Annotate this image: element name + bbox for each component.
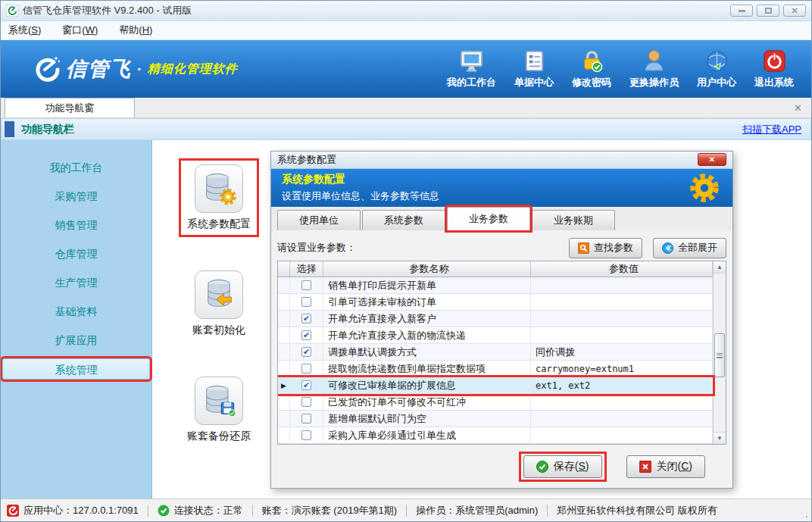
table-row[interactable]: 调拨单默认调拨方式同价调拨 (278, 344, 713, 361)
dialog-tab-business-periods[interactable]: 业务账期 (532, 210, 615, 230)
shortcut-system-params-config[interactable]: 系统参数配置 (179, 158, 259, 237)
app-logo-red-icon (7, 505, 19, 517)
row-checkbox[interactable] (301, 430, 311, 440)
shortcut-label: 账套初始化 (192, 324, 245, 337)
shortcut-list: 系统参数配置账套初始化账套备份还原 (167, 158, 270, 449)
row-checkbox[interactable] (301, 280, 311, 290)
toolbar-exit-system[interactable]: 退出系统 (748, 45, 801, 92)
resize-grip[interactable] (801, 511, 809, 519)
table-row[interactable]: ▶可修改已审核单据的扩展信息ext1, ext2 (278, 377, 713, 394)
table-row[interactable]: 已发货的订单不可修改不可红冲 (278, 394, 713, 411)
row-indicator (278, 361, 290, 377)
monitor-icon (459, 48, 484, 73)
sidebar-item-sales[interactable]: 销售管理 (2, 214, 150, 236)
vertical-scrollbar[interactable]: ▲ ▼ (713, 261, 726, 444)
row-checkbox[interactable] (301, 414, 311, 424)
shortcut-account-init[interactable]: 账套初始化 (184, 264, 254, 343)
dialog-tab-system-params[interactable]: 系统参数 (362, 210, 445, 230)
lock-icon (579, 48, 604, 73)
check-circle-icon (536, 461, 548, 473)
app-logo-icon (6, 5, 18, 17)
row-checkbox[interactable] (301, 330, 311, 340)
scroll-thumb[interactable] (714, 333, 725, 377)
tabstrip: 功能导航窗 ✕ (1, 98, 811, 118)
database-arrow-icon[interactable] (195, 270, 243, 319)
tab-close-icon[interactable]: ✕ (794, 102, 802, 114)
sidebar-item-production[interactable]: 生产管理 (2, 272, 150, 293)
param-name: 已发货的订单不可修改不可红冲 (323, 394, 531, 410)
system-params-dialog: 系统参数配置 ✕ 系统参数配置 设置使用单位信息、业务参数等信息 使用单位系统参… (270, 151, 733, 489)
table-row[interactable]: 开单允许直接录入新客户 (278, 311, 713, 327)
row-indicator (278, 427, 290, 443)
row-checkbox[interactable] (301, 380, 311, 390)
row-checkbox[interactable] (301, 364, 311, 374)
table-row[interactable]: 新增单据默认部门为空 (278, 411, 713, 427)
shortcut-account-backup-restore[interactable]: 账套备份还原 (179, 370, 259, 449)
params-prompt: 请设置业务参数： (277, 241, 356, 255)
minimize-icon (739, 10, 745, 12)
row-checkbox[interactable] (301, 347, 311, 357)
param-value (531, 327, 713, 343)
table-row[interactable]: 开单允许直接录入新的物流快递 (278, 327, 713, 344)
menu-window[interactable]: 窗口(W) (62, 23, 98, 37)
tab-function-nav[interactable]: 功能导航窗 (5, 98, 135, 117)
row-checkbox[interactable] (301, 297, 311, 307)
status-separator (406, 505, 407, 517)
maximize-button[interactable] (757, 5, 779, 17)
table-row[interactable]: 引单可选择未审核的订单 (278, 294, 713, 311)
status-operator: 操作员：系统管理员(admin) (416, 504, 538, 517)
sidebar-item-extensions[interactable]: 扩展应用 (2, 330, 150, 351)
database-backup-icon[interactable] (195, 377, 243, 425)
menu-help[interactable]: 帮助(H) (119, 23, 152, 37)
sidebar: 我的工作台采购管理销售管理仓库管理生产管理基础资料扩展应用系统管理 (1, 140, 152, 499)
param-name: 引单可选择未审核的订单 (323, 294, 531, 310)
brand-separator: · (137, 61, 142, 78)
row-indicator (278, 294, 290, 310)
dialog-tab-business-params[interactable]: 业务参数 (447, 207, 530, 230)
table-row[interactable]: 销售单打印后提示开新单 (278, 277, 713, 294)
save-button[interactable]: 保存(S) (523, 455, 602, 478)
indicator-column-header (278, 261, 290, 277)
toolbar-my-workbench[interactable]: 我的工作台 (440, 45, 503, 92)
shortcut-label: 系统参数配置 (187, 217, 251, 231)
minimize-button[interactable] (730, 5, 753, 17)
menu-system[interactable]: 系统(S) (8, 23, 41, 37)
param-value: 同价调拨 (531, 344, 713, 360)
brand-slogan: 精细化管理软件 (148, 61, 238, 77)
sidebar-item-base-data[interactable]: 基础资料 (2, 301, 150, 322)
dialog-close-button[interactable]: ✕ (698, 153, 726, 166)
toolbar-user-center[interactable]: 用户中心 (690, 45, 743, 92)
param-name: 可修改已审核单据的扩展信息 (323, 377, 531, 393)
gear-icon (687, 170, 722, 205)
toolbar-switch-operator[interactable]: 更换操作员 (623, 45, 686, 92)
content-area: 我的工作台采购管理销售管理仓库管理生产管理基础资料扩展应用系统管理 系统参数配置… (1, 140, 811, 499)
column-header: 选择 (290, 261, 323, 277)
toolbar-button-label: 我的工作台 (447, 76, 496, 89)
table-row[interactable]: 提取物流快递数值到单据指定数据项carrymoney=extnum1 (278, 361, 713, 377)
param-name: 销售单打印后提示开新单 (323, 277, 531, 293)
dialog-tab-company-info[interactable]: 使用单位 (277, 210, 361, 230)
scroll-down-icon[interactable]: ▼ (714, 432, 726, 444)
download-app-link[interactable]: 扫描下载APP (742, 123, 801, 136)
row-checkbox[interactable] (301, 397, 311, 407)
sidebar-item-system-admin[interactable]: 系统管理 (2, 358, 150, 380)
close-button[interactable]: ✕ (783, 5, 806, 17)
table-row[interactable]: 采购入库单必须通过引单生成 (278, 427, 713, 444)
sidebar-item-my-workbench[interactable]: 我的工作台 (2, 157, 150, 178)
find-params-button[interactable]: 查找参数 (569, 238, 642, 258)
database-gear-icon[interactable] (195, 164, 243, 213)
expand-all-button[interactable]: 全部展开 (653, 238, 726, 258)
toolbar-document-center[interactable]: 单据中心 (508, 45, 561, 92)
status-separator (547, 505, 548, 517)
dialog-titlebar: 系统参数配置 ✕ (271, 152, 732, 169)
dialog-title: 系统参数配置 (277, 153, 336, 167)
scroll-up-icon[interactable]: ▲ (714, 261, 726, 274)
brand-logo-icon (31, 54, 61, 84)
sidebar-item-purchase[interactable]: 采购管理 (2, 186, 150, 207)
banner-title: 系统参数配置 (282, 173, 439, 186)
row-checkbox[interactable] (301, 314, 311, 324)
sidebar-item-warehouse[interactable]: 仓库管理 (2, 243, 150, 264)
param-value: carrymoney=extnum1 (531, 361, 713, 377)
dialog-close-footer-button[interactable]: 关闭(C) (626, 455, 705, 478)
toolbar-change-password[interactable]: 修改密码 (565, 45, 618, 92)
